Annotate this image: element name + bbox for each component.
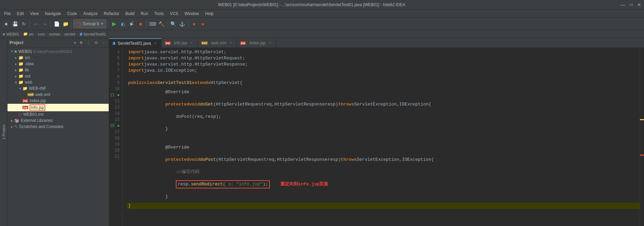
toolbar-separator-4 xyxy=(108,20,108,27)
tree-label-webxml: web.xml xyxy=(35,92,50,97)
menu-vcs[interactable]: VCS xyxy=(167,11,181,17)
lib-folder-icon: 📁 xyxy=(18,68,24,72)
tree-item-web01[interactable]: ▼ ■ WEB01 E:\IdeaProjects\WEB01 xyxy=(7,48,109,55)
find-usages-button[interactable]: ⚓ xyxy=(178,20,186,28)
tomcat-selector[interactable]: ◯ Tomcat 9 ▼ xyxy=(73,19,106,28)
menu-bar: File Edit View Navigate Code Analyze Ref… xyxy=(0,10,644,18)
menu-view[interactable]: View xyxy=(27,11,42,17)
sidebar-locate-button[interactable]: ⋮ xyxy=(86,40,92,46)
tree-item-scratches[interactable]: ► ✎ Scratches and Consoles xyxy=(7,124,109,130)
tab-indexjsp[interactable]: jsp index.jsp ✕ xyxy=(237,38,276,47)
tree-item-web[interactable]: ▼ 📁 web xyxy=(7,79,109,85)
new-file-button[interactable]: 📄 xyxy=(52,20,61,28)
tree-item-webxml[interactable]: ► xml web.xml xyxy=(7,91,109,98)
code-editor[interactable]: 4 5 6 7 8 9 10 11 ● 12 13 14 15 16 ● 17 … xyxy=(109,48,644,226)
maximize-button[interactable]: ▭ xyxy=(629,2,633,8)
toolbar-separator-1 xyxy=(30,20,30,27)
tree-arrow-lib: ► xyxy=(14,68,18,72)
webinf-folder-icon: 📁 xyxy=(22,86,28,91)
menu-run[interactable]: Run xyxy=(138,11,151,17)
tree-item-lib[interactable]: ► 📁 lib xyxy=(7,67,109,73)
editor-area: J ServletTest01.java ✕ jsp info.jsp ✕ xm… xyxy=(109,38,644,226)
tree-arrow-web01: ▼ xyxy=(10,50,14,53)
code-line-21 xyxy=(127,209,640,215)
tree-item-indexjsp[interactable]: ► jsp index.jsp xyxy=(7,98,109,104)
menu-file[interactable]: File xyxy=(1,11,13,17)
code-line-16: protected void doPost(HttpServletRequest… xyxy=(127,154,640,166)
tree-arrow-extlibs: ► xyxy=(10,119,14,123)
sidebar-settings-button[interactable]: ⚙ xyxy=(93,40,99,46)
project-button[interactable]: ■ xyxy=(2,20,10,28)
tree-item-idea[interactable]: ► 📁 .idea xyxy=(7,61,109,67)
tab-servlettest01[interactable]: J ServletTest01.java ✕ xyxy=(109,38,162,47)
bc-web01[interactable]: WEB01 xyxy=(6,32,19,36)
sync-button[interactable]: ↻ xyxy=(20,20,28,28)
build-button[interactable]: ⌨ xyxy=(149,20,157,28)
tab-close-servlettest01[interactable]: ✕ xyxy=(153,41,158,45)
menu-tools[interactable]: Tools xyxy=(152,11,167,17)
forward-button[interactable]: → xyxy=(41,20,49,28)
sidebar-title: Project xyxy=(10,40,72,45)
tomcat-icon: ◯ xyxy=(76,21,81,27)
main-area: 1:Project Project ▼ ✚ ⋮ ⚙ − ▼ ■ WEB01 E:… xyxy=(0,38,644,226)
toolbar-separator-2 xyxy=(50,20,51,27)
title-bar: WEB01 [E:\IdeaProjects\WEB01] - ...\src\… xyxy=(0,0,644,10)
tree-label-webinf: WEB-INF xyxy=(29,86,46,91)
vcs-button[interactable]: ● xyxy=(199,20,207,28)
sdk-button[interactable]: 🔨 xyxy=(157,20,166,28)
tree-item-src[interactable]: ► 📁 src xyxy=(7,55,109,61)
tree-item-infojsp[interactable]: ► jsp info.jsp xyxy=(7,104,109,111)
tab-label-webxml: web.xml xyxy=(211,41,226,45)
tab-close-infojsp[interactable]: ✕ xyxy=(189,41,194,45)
bc-com[interactable]: com xyxy=(38,32,45,36)
menu-code[interactable]: Code xyxy=(64,11,80,17)
right-indicator-panel xyxy=(640,48,644,226)
bc-servlet[interactable]: servlet xyxy=(64,32,75,36)
bc-muhan[interactable]: muhan xyxy=(49,32,60,36)
menu-edit[interactable]: Edit xyxy=(14,11,27,17)
tree-arrow-out: ► xyxy=(14,74,18,78)
stop-button[interactable]: ■ xyxy=(137,20,145,28)
tab-infojsp[interactable]: jsp info.jsp ✕ xyxy=(162,38,198,47)
project-tab-label[interactable]: 1:Project xyxy=(2,125,6,139)
sidebar-add-button[interactable]: ✚ xyxy=(78,40,84,46)
bc-src-icon: 📁 xyxy=(23,32,28,36)
tree-item-extlibs[interactable]: ► 📚 External Libraries xyxy=(7,117,109,124)
menu-navigate[interactable]: Navigate xyxy=(42,11,64,17)
bc-src[interactable]: 📁 src xyxy=(23,32,34,36)
tree-label-lib: lib xyxy=(25,68,29,72)
back-button[interactable]: ← xyxy=(32,20,40,28)
sidebar-close-button[interactable]: − xyxy=(101,40,107,46)
debug-button[interactable]: ◐ xyxy=(119,20,127,28)
open-folder-button[interactable]: 📁 xyxy=(61,20,70,28)
close-button[interactable]: ✕ xyxy=(637,2,641,8)
tab-close-webxml[interactable]: ✕ xyxy=(228,41,233,45)
menu-analyze[interactable]: Analyze xyxy=(80,11,101,17)
minimize-button[interactable]: ― xyxy=(620,2,625,8)
out-folder-icon: 📁 xyxy=(18,74,24,79)
save-button[interactable]: 💾 xyxy=(11,20,19,28)
tab-jsp-icon-index: jsp xyxy=(240,41,246,45)
tree-item-webinf[interactable]: ▼ 📁 WEB-INF xyxy=(7,85,109,91)
toolbar-separator-6 xyxy=(167,20,168,27)
tab-webxml[interactable]: xml web.xml ✕ xyxy=(198,38,237,47)
bc-servlettest01[interactable]: J ServletTest01 xyxy=(79,32,106,36)
tree-item-web01iml[interactable]: ► ◻ WEB01.iml xyxy=(7,111,109,117)
tree-label-idea: .idea xyxy=(25,61,34,66)
code-content[interactable]: import javax.servlet.http.HttpServlet; i… xyxy=(123,48,640,226)
menu-build[interactable]: Build xyxy=(123,11,137,17)
menu-refactor[interactable]: Refactor xyxy=(101,11,122,17)
code-line-19: } xyxy=(127,190,640,203)
tree-label-extlibs: External Libraries xyxy=(21,118,52,123)
tab-close-indexjsp[interactable]: ✕ xyxy=(267,41,272,45)
run-coverage-button[interactable]: ▶̅ xyxy=(128,20,136,28)
run-button[interactable]: ▶ xyxy=(110,20,118,28)
tree-arrow-webinf: ▼ xyxy=(18,87,22,90)
menu-window[interactable]: Window xyxy=(182,11,202,17)
left-panel-tab[interactable]: 1:Project xyxy=(0,38,7,226)
menu-help[interactable]: Help xyxy=(202,11,216,17)
tree-item-out[interactable]: ► 📁 out xyxy=(7,73,109,79)
code-line-9: public class ServletTest01 extends HttpS… xyxy=(127,80,640,86)
search-button[interactable]: 🔍 xyxy=(169,20,178,28)
settings-button[interactable]: ● xyxy=(190,20,198,28)
